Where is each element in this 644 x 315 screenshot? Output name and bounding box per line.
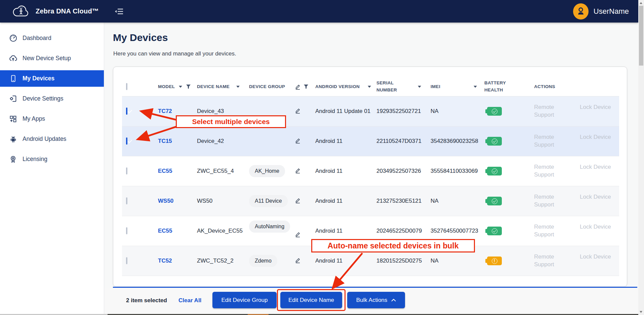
sidebar-item-label: My Apps <box>23 115 45 122</box>
filter-funnel-icon[interactable] <box>186 84 191 89</box>
scrollbar-down-arrow-icon[interactable] <box>640 311 642 313</box>
cloud-upload-icon <box>9 54 17 63</box>
remote-support-action[interactable]: Remote Support <box>534 253 570 269</box>
column-header-android-version[interactable]: ANDROID VERSION <box>315 84 376 89</box>
sidebar-item-dashboard[interactable]: Dashboard <box>0 30 104 46</box>
edit-device-name-button[interactable]: Edit Device Name <box>280 292 342 308</box>
row-checkbox[interactable] <box>126 197 127 204</box>
device-name-cell: ZWC_TC52_2 <box>197 257 249 265</box>
device-group-chip: AutoNaming <box>249 221 290 233</box>
selected-count-text: 2 item selected <box>126 297 167 304</box>
column-header-model[interactable]: MODEL <box>158 84 197 89</box>
lock-device-action[interactable]: Lock Device <box>580 223 615 239</box>
row-checkbox[interactable] <box>126 167 127 174</box>
sidebar-item-licensing[interactable]: Licensing <box>0 151 104 167</box>
remote-support-action[interactable]: Remote Support <box>534 104 570 119</box>
row-checkbox[interactable] <box>126 257 127 264</box>
edit-pencil-icon[interactable] <box>295 231 301 237</box>
user-avatar[interactable] <box>573 3 589 19</box>
remote-support-action[interactable]: Remote Support <box>534 133 570 149</box>
annotation-select-multiple-devices: Select multiple devices <box>176 115 286 128</box>
android-version-cell: Android 11 <box>315 197 376 205</box>
model-link[interactable]: EC55 <box>158 228 172 234</box>
imei-cell: NA <box>431 257 484 265</box>
scrollbar-up-arrow-icon[interactable] <box>640 2 642 4</box>
sidebar-item-device-settings[interactable]: Device Settings <box>0 90 104 107</box>
battery-health-good-icon <box>487 107 502 116</box>
select-all-checkbox[interactable] <box>126 83 127 90</box>
lock-device-action[interactable]: Lock Device <box>580 253 615 269</box>
imei-cell: 355584110033069 <box>431 167 484 175</box>
edit-pencil-icon[interactable] <box>295 137 301 144</box>
row-checkbox[interactable] <box>126 137 127 145</box>
column-header-imei[interactable]: IMEI <box>431 84 484 89</box>
column-header-device-name[interactable]: DEVICE NAME <box>197 84 249 89</box>
sidebar-item-label: Licensing <box>23 156 47 163</box>
sidebar-collapse-icon[interactable] <box>114 7 124 15</box>
remote-support-action[interactable]: Remote Support <box>534 223 570 239</box>
edit-pencil-icon[interactable] <box>295 108 301 114</box>
edit-pencil-icon[interactable] <box>295 257 301 263</box>
edit-device-group-button[interactable]: Edit Device Group <box>212 292 277 308</box>
edit-pencil-icon[interactable] <box>295 197 301 203</box>
battery-health-good-icon <box>487 137 502 146</box>
device-name-cell: Device_43 <box>197 108 249 115</box>
nav-username[interactable]: UserName <box>594 7 629 16</box>
sidebar-nav: Dashboard New Device Setup My Devices De… <box>0 23 104 315</box>
sidebar-item-my-devices[interactable]: My Devices <box>0 70 104 87</box>
page-title: My Devices <box>113 32 168 43</box>
model-link[interactable]: TC72 <box>158 108 172 114</box>
remote-support-action[interactable]: Remote Support <box>534 163 570 179</box>
edit-pencil-icon[interactable] <box>295 167 301 173</box>
device-group-cell: A11 Device <box>249 195 295 207</box>
device-group-chip: A11 Device <box>249 195 288 207</box>
table-row: WS50 WS50 A11 Device Android 11 21327523… <box>122 186 619 216</box>
device-name-cell: AK_Device_EC55 <box>197 227 249 235</box>
lock-device-action[interactable]: Lock Device <box>580 193 615 209</box>
android-version-cell: Android 11 <box>315 257 376 265</box>
imei-cell: NA <box>431 197 484 205</box>
sort-caret-icon[interactable] <box>236 86 240 88</box>
sort-caret-icon[interactable] <box>368 86 371 88</box>
serial-number-cell: 202465225D0079 <box>376 227 431 235</box>
lock-device-action[interactable]: Lock Device <box>580 133 615 149</box>
filter-funnel-icon[interactable] <box>304 84 308 89</box>
sidebar-item-label: Android Updates <box>23 135 66 143</box>
serial-number-cell: 19293522502721 <box>376 108 431 115</box>
device-group-cell: AK_Home <box>249 165 295 177</box>
scrollbar-thumb[interactable] <box>639 6 643 66</box>
table-row: EC55 ZWC_EC55_4 AK_Home Android 11 20349… <box>122 156 619 186</box>
model-link[interactable]: EC55 <box>158 168 172 174</box>
lock-device-action[interactable]: Lock Device <box>580 104 615 119</box>
sidebar-item-new-device-setup[interactable]: New Device Setup <box>0 50 104 67</box>
column-header-group-tools <box>295 84 315 90</box>
column-header-device-group[interactable]: DEVICE GROUP <box>249 84 295 89</box>
brand-title: Zebra DNA Cloud™ <box>36 7 99 15</box>
row-checkbox[interactable] <box>126 227 127 234</box>
row-checkbox[interactable] <box>126 108 127 115</box>
lock-device-action[interactable]: Lock Device <box>580 163 615 179</box>
column-header-serial-number[interactable]: SERIAL NUMBER <box>376 80 431 93</box>
chevron-up-icon <box>391 299 396 302</box>
sidebar-item-label: New Device Setup <box>23 55 71 62</box>
edit-pencil-icon[interactable] <box>295 84 301 90</box>
device-name-cell: Device_42 <box>197 137 249 145</box>
battery-health-warning-icon <box>487 257 502 265</box>
imei-cell: 352764550007723 <box>431 227 484 235</box>
sidebar-item-android-updates[interactable]: Android Updates <box>0 131 104 147</box>
sidebar-item-my-apps[interactable]: My Apps <box>0 111 104 127</box>
serial-number-cell: 221105247D0371 <box>376 137 431 145</box>
android-version-cell: Android 11 <box>315 227 376 235</box>
sort-caret-icon[interactable] <box>418 86 421 88</box>
bulk-actions-button[interactable]: Bulk Actions <box>347 292 405 308</box>
battery-health-good-icon <box>487 167 502 175</box>
android-version-cell: Android 11 Update 01 <box>315 108 376 115</box>
model-link[interactable]: TC52 <box>158 258 172 264</box>
remote-support-action[interactable]: Remote Support <box>534 193 570 209</box>
model-link[interactable]: TC15 <box>158 138 172 144</box>
sort-caret-icon[interactable] <box>474 86 477 88</box>
model-link[interactable]: WS50 <box>158 198 173 204</box>
sort-caret-icon[interactable] <box>179 86 182 88</box>
clear-all-link[interactable]: Clear All <box>178 297 201 304</box>
page-scrollbar[interactable] <box>638 0 644 315</box>
